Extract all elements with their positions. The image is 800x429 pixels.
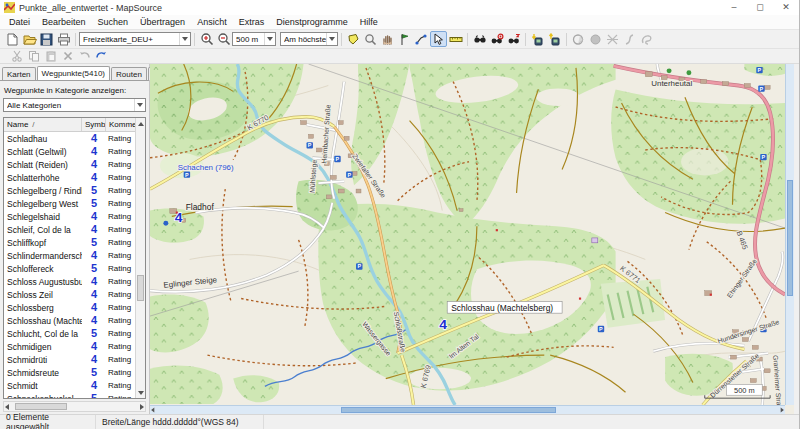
status-selection: 0 Elemente ausgewählt [0, 415, 96, 429]
scroll-left-icon[interactable] [149, 408, 155, 413]
close-icon[interactable]: ✕ [773, 0, 799, 15]
cut-icon[interactable] [8, 48, 25, 64]
receive-from-device-icon[interactable] [546, 31, 563, 47]
maximize-icon[interactable]: ◻ [747, 0, 773, 15]
map-canvas[interactable]: P P P P P P P P P P Schachen (796 [150, 64, 785, 405]
table-row[interactable]: Schlatterhöhe 4 Rating [4, 171, 145, 184]
table-row[interactable]: Schlegelshaid 4 Rating [4, 210, 145, 223]
tab-routen[interactable]: Routen [111, 67, 147, 80]
table-row[interactable]: Schlosshau (Machtelsberg) 4 Rating [4, 314, 145, 327]
open-file-icon[interactable] [21, 31, 38, 47]
undo-icon[interactable] [76, 48, 93, 64]
table-row[interactable]: Schlegelberg / Rindberg 5 Rating [4, 184, 145, 197]
menu-item[interactable]: Hilfe [354, 15, 384, 30]
track-split-tool-icon[interactable] [604, 31, 621, 47]
column-header-symbol[interactable]: Symbol [82, 118, 106, 131]
new-file-icon[interactable] [4, 31, 21, 47]
find-nearest-icon[interactable] [488, 31, 505, 47]
table-row[interactable]: Schladhau 4 Rating [4, 132, 145, 145]
table-row[interactable]: Schloss Zeil 4 Rating [4, 288, 145, 301]
table-row[interactable]: Schlatt (Geltwil) 4 Rating [4, 145, 145, 158]
table-row[interactable]: Schneckenbuckel 5 Rating [4, 392, 145, 398]
tab-wegpunkte[interactable]: Wegpunkte(5410) [37, 66, 110, 80]
scroll-down-icon[interactable] [136, 388, 145, 397]
track-erase-tool-icon[interactable] [587, 31, 604, 47]
scroll-right-icon[interactable] [781, 408, 787, 413]
delete-icon[interactable] [59, 48, 76, 64]
menu-item[interactable]: Suchen [92, 15, 135, 30]
scrollbar-thumb[interactable] [341, 407, 557, 413]
waypoint-name: Schloffereck [4, 264, 82, 274]
zoom-scale-select[interactable]: 500 m [232, 32, 276, 46]
scroll-up-icon[interactable] [136, 119, 145, 128]
measure-tool-icon[interactable] [447, 31, 464, 47]
send-to-device-icon[interactable] [529, 31, 546, 47]
route-edit-tool-icon[interactable] [621, 31, 638, 47]
selection-tool-icon[interactable] [430, 31, 447, 47]
menu-item[interactable]: Ansicht [191, 15, 233, 30]
paste-icon[interactable] [42, 48, 59, 64]
zoom-in-icon[interactable] [198, 31, 215, 47]
waypoint-symbol-icon: 4 [82, 379, 106, 392]
print-icon[interactable] [55, 31, 72, 47]
route-tool-icon[interactable] [413, 31, 430, 47]
map-label-schlosshau[interactable]: Schlosshau (Machtelsberg) [447, 301, 562, 313]
scrollbar-thumb[interactable] [15, 403, 67, 410]
table-row[interactable]: Schmidsreute 5 Rating [4, 366, 145, 379]
waypoint-marker-fladhof[interactable]: 4 [175, 210, 183, 225]
waypoint-symbol-icon: 4 [82, 249, 106, 262]
edit-toolbar [0, 49, 799, 64]
table-row[interactable]: Schlindermanderscheider... 4 Rating [4, 249, 145, 262]
table-row[interactable]: Schloffereck 5 Rating [4, 262, 145, 275]
column-header-name[interactable]: Name/ [4, 118, 82, 131]
find-icon[interactable] [471, 31, 488, 47]
table-row[interactable]: Schleif, Col de la 4 Rating [4, 223, 145, 236]
table-row[interactable]: Schmidigen 4 Rating [4, 340, 145, 353]
menu-item[interactable]: Extras [233, 15, 271, 30]
scroll-left-icon[interactable] [2, 404, 9, 410]
waypoint-name: Schmidt [4, 381, 82, 391]
waypoint-marker-schlosshau[interactable]: 4 [439, 317, 447, 332]
pan-tool-icon[interactable] [379, 31, 396, 47]
save-icon[interactable] [38, 31, 55, 47]
waypoint-symbol-icon: 4 [82, 145, 106, 158]
scrollbar-thumb[interactable] [787, 180, 793, 296]
table-row[interactable]: Schmidt 4 Rating [4, 379, 145, 392]
map-product-select[interactable]: Freizeitkarte_DEU+ [79, 32, 191, 46]
svg-text:P: P [760, 86, 764, 92]
track-draw-tool-icon[interactable] [570, 31, 587, 47]
table-vertical-scrollbar[interactable] [135, 118, 145, 398]
recently-found-icon[interactable] [505, 31, 522, 47]
menu-item[interactable]: Bearbeiten [36, 15, 92, 30]
table-row[interactable]: Schloss Augustusburg 4 Rating [4, 275, 145, 288]
table-horizontal-scrollbar[interactable] [3, 401, 146, 412]
copy-icon[interactable] [25, 48, 42, 64]
minimize-icon[interactable]: – [721, 0, 747, 15]
waypoint-table: Name/ Symbol Komme Schladhau 4 Rating [3, 117, 146, 399]
table-row[interactable]: Schmidrüti 4 Rating [4, 353, 145, 366]
waypoint-tool-icon[interactable] [396, 31, 413, 47]
track-filter-tool-icon[interactable] [638, 31, 655, 47]
waypoint-symbol-icon: 5 [82, 236, 106, 249]
map-vertical-scrollbar[interactable] [785, 64, 794, 405]
table-row[interactable]: Schlegelberg West 5 Rating [4, 197, 145, 210]
scroll-right-icon[interactable] [140, 404, 147, 410]
menu-item[interactable]: Dienstprogramme [270, 15, 354, 30]
table-row[interactable]: Schlucht, Col de la 5 Rating [4, 327, 145, 340]
waypoint-name: Schmidsreute [4, 368, 82, 378]
menu-item[interactable]: Übertragen [134, 15, 191, 30]
table-row[interactable]: Schlatt (Reiden) 4 Rating [4, 158, 145, 171]
zoom-tool-icon[interactable] [362, 31, 379, 47]
waypoint-name: Schlatt (Geltwil) [4, 147, 82, 157]
redo-icon[interactable] [93, 48, 110, 64]
table-row[interactable]: Schlossberg 4 Rating [4, 301, 145, 314]
table-row[interactable]: Schliffkopf 5 Rating [4, 236, 145, 249]
map-horizontal-scrollbar[interactable] [150, 405, 785, 414]
zoom-out-icon[interactable] [215, 31, 232, 47]
scrollbar-thumb[interactable] [137, 275, 144, 301]
map-tool-icon[interactable] [345, 31, 362, 47]
tab-karten[interactable]: Karten [2, 67, 36, 80]
detail-level-select[interactable]: Am höchsten [280, 32, 338, 46]
menu-item[interactable]: Datei [3, 15, 36, 30]
category-select[interactable]: Alle Kategorien [3, 98, 146, 112]
